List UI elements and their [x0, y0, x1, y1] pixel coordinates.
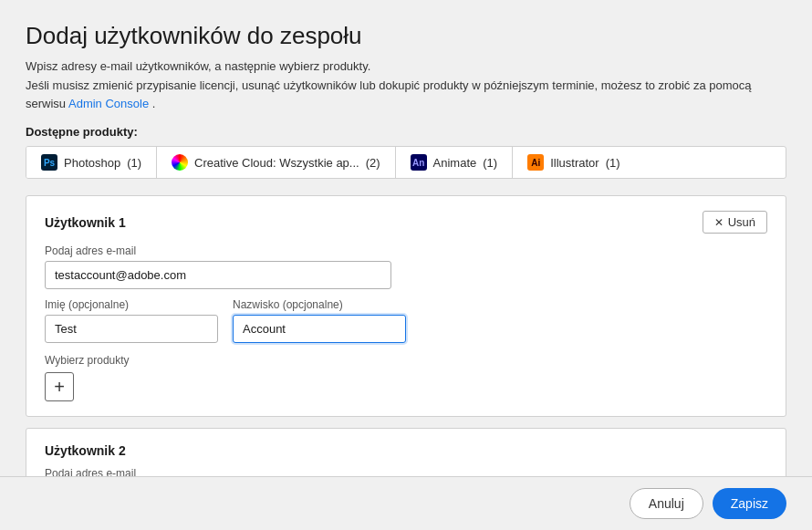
products-tabs: Ps Photoshop (1) Creative Cloud: Wszystk… [26, 146, 786, 179]
ai-count: (1) [606, 156, 620, 170]
footer-bar: Anuluj Zapisz [0, 476, 812, 530]
user1-lastname-field: Nazwisko (opcjonalne) [233, 298, 406, 343]
description-end: . [152, 97, 156, 110]
product-tab-an[interactable]: An Animate (1) [396, 147, 514, 178]
user1-products-label: Wybierz produkty [45, 354, 767, 367]
cc-count: (2) [366, 156, 380, 170]
remove-user1-button[interactable]: ✕ Usuń [703, 211, 767, 234]
user1-firstname-label: Imię (opcjonalne) [45, 298, 218, 311]
user1-header: Użytkownik 1 ✕ Usuń [45, 211, 767, 234]
ps-icon: Ps [41, 154, 57, 171]
user1-firstname-input[interactable] [45, 315, 218, 343]
product-tab-ps[interactable]: Ps Photoshop (1) [26, 147, 157, 178]
add-product-button[interactable]: + [45, 372, 74, 401]
page-title: Dodaj użytkowników do zespołu [26, 22, 786, 50]
product-tab-cc[interactable]: Creative Cloud: Wszystkie ap... (2) [157, 147, 396, 178]
ai-name: Illustrator [550, 156, 599, 170]
main-container: Dodaj użytkowników do zespołu Wpisz adre… [0, 0, 812, 530]
user1-products-section: Wybierz produkty + [45, 354, 767, 401]
user1-section: Użytkownik 1 ✕ Usuń Podaj adres e-mail I… [26, 195, 786, 417]
ai-icon: Ai [527, 154, 544, 171]
user1-names-row: Imię (opcjonalne) Nazwisko (opcjonalne) [45, 298, 767, 343]
ps-name: Photoshop [64, 156, 120, 170]
user1-lastname-label: Nazwisko (opcjonalne) [233, 298, 406, 311]
cc-name: Creative Cloud: Wszystkie ap... [194, 156, 359, 170]
user1-email-input[interactable] [45, 261, 391, 289]
cc-icon [172, 154, 188, 171]
user1-title: Użytkownik 1 [45, 215, 126, 230]
plus-icon: + [54, 378, 65, 396]
user1-email-row: Podaj adres e-mail [45, 244, 767, 289]
x-icon: ✕ [714, 216, 724, 229]
an-name: Animate [433, 156, 477, 170]
save-button[interactable]: Zapisz [713, 488, 786, 519]
an-count: (1) [483, 156, 497, 170]
available-products-label: Dostępne produkty: [26, 125, 786, 139]
remove-label: Usuń [728, 215, 755, 229]
product-tab-ai[interactable]: Ai Illustrator (1) [513, 147, 634, 178]
an-icon: An [411, 154, 427, 171]
subtitle: Wpisz adresy e-mail użytkowników, a nast… [26, 59, 786, 73]
ps-count: (1) [127, 156, 141, 170]
description: Jeśli musisz zmienić przypisanie licencj… [26, 77, 786, 112]
user1-lastname-input[interactable] [233, 315, 406, 343]
admin-console-link[interactable]: Admin Console [68, 97, 149, 110]
cancel-button[interactable]: Anuluj [630, 488, 703, 519]
user2-title: Użytkownik 2 [45, 443, 767, 458]
user1-firstname-field: Imię (opcjonalne) [45, 298, 218, 343]
user1-email-label: Podaj adres e-mail [45, 244, 767, 257]
